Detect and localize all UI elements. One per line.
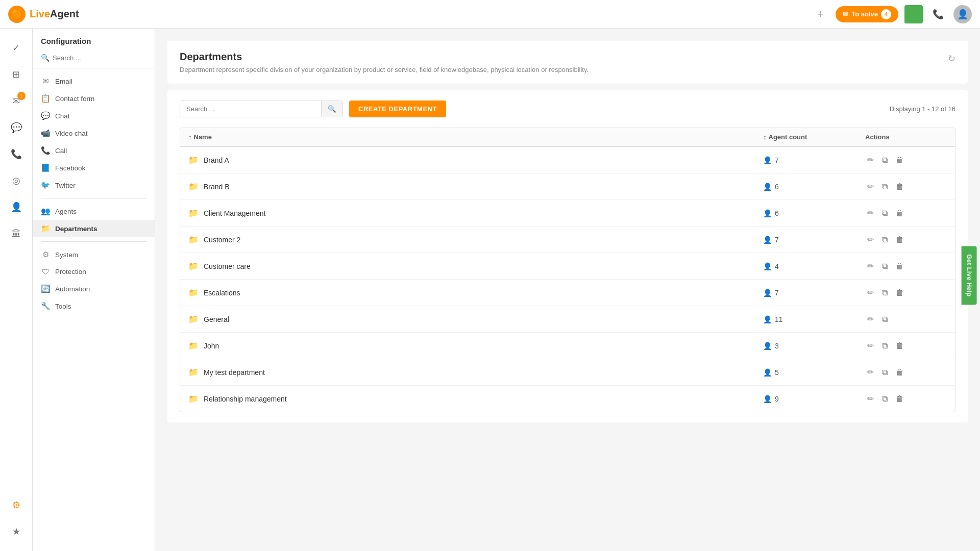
get-live-help-button[interactable]: Get Live Help xyxy=(961,246,976,305)
sidebar-item-automation[interactable]: 🔄 Automation xyxy=(33,280,155,297)
agent-icon: 👤 xyxy=(763,209,772,217)
edit-button[interactable]: ✏ xyxy=(865,286,876,299)
copy-button[interactable]: ⧉ xyxy=(880,392,890,406)
sidebar-item-email[interactable]: ✉ Email xyxy=(33,72,155,90)
agent-icon: 👤 xyxy=(763,183,772,191)
copy-button[interactable]: ⧉ xyxy=(880,313,890,326)
copy-button[interactable]: ⧉ xyxy=(880,154,890,167)
sidebar-item-chat[interactable]: 💬 Chat xyxy=(33,107,155,124)
table-row: 📁My test department👤5✏⧉🗑 xyxy=(180,359,955,386)
copy-button[interactable]: ⧉ xyxy=(880,207,890,220)
delete-button[interactable]: 🗑 xyxy=(894,286,906,299)
avatar[interactable]: 👤 xyxy=(953,5,972,23)
delete-button[interactable]: 🗑 xyxy=(894,207,906,220)
iconbar-item-contacts[interactable]: 👤 xyxy=(5,196,28,218)
sidebar-item-call[interactable]: 📞 Call xyxy=(33,142,155,159)
iconbar-item-grid[interactable]: ⊞ xyxy=(5,63,28,86)
sidebar-item-system[interactable]: ⚙ System xyxy=(33,246,155,263)
dept-name-text: Brand A xyxy=(204,156,229,164)
delete-button[interactable]: 🗑 xyxy=(894,233,906,246)
page-title: Departments xyxy=(180,51,589,63)
tosolve-label: To solve xyxy=(851,10,878,18)
agent-count-cell: 👤7 xyxy=(763,236,865,244)
iconbar-item-call[interactable]: 📞 xyxy=(5,143,28,165)
folder-icon: 📁 xyxy=(188,288,199,297)
iconbar-item-check[interactable]: ✓ xyxy=(5,37,28,59)
tosolve-button[interactable]: ✉ To solve 4 xyxy=(836,6,898,22)
dept-name-cell: 📁Customer care xyxy=(188,261,763,271)
edit-button[interactable]: ✏ xyxy=(865,233,876,246)
call-icon: 📞 xyxy=(41,146,50,155)
refresh-button[interactable]: ↻ xyxy=(948,53,955,64)
copy-button[interactable]: ⧉ xyxy=(880,260,890,273)
actions-cell: ✏⧉🗑 xyxy=(865,365,947,379)
sidebar-label-protection: Protection xyxy=(55,268,86,276)
iconbar-item-plugins[interactable]: ★ xyxy=(5,520,28,543)
dept-name-cell: 📁Escalations xyxy=(188,288,763,297)
create-department-button[interactable]: CREATE DEPARTMENT xyxy=(349,101,446,117)
iconbar-item-analytics[interactable]: ◎ xyxy=(5,169,28,192)
edit-button[interactable]: ✏ xyxy=(865,180,876,193)
agent-count-cell: 👤3 xyxy=(763,342,865,350)
edit-button[interactable]: ✏ xyxy=(865,392,876,406)
folder-icon: 📁 xyxy=(188,394,199,404)
sidebar-item-videochat[interactable]: 📹 Video chat xyxy=(33,124,155,142)
logo-text: LiveAgent xyxy=(30,8,79,20)
sidebar-item-departments[interactable]: 📁 Departments xyxy=(33,220,155,237)
dept-name-text: Relationship management xyxy=(204,395,287,403)
sidebar-item-protection[interactable]: 🛡 Protection xyxy=(33,263,155,280)
search-button[interactable]: 🔍 xyxy=(321,101,342,117)
sidebar: Configuration 🔍 ✉ Email 📋 Contact form 💬… xyxy=(33,29,155,551)
agent-icon: 👤 xyxy=(763,368,772,377)
sidebar-search-input[interactable] xyxy=(53,54,146,62)
add-button[interactable]: + xyxy=(811,5,829,23)
sidebar-item-twitter[interactable]: 🐦 Twitter xyxy=(33,177,155,194)
copy-button[interactable]: ⧉ xyxy=(880,286,890,299)
delete-button[interactable]: 🗑 xyxy=(894,180,906,193)
edit-button[interactable]: ✏ xyxy=(865,259,876,273)
delete-button[interactable]: 🗑 xyxy=(894,339,906,353)
delete-button[interactable]: 🗑 xyxy=(894,154,906,167)
copy-button[interactable]: ⧉ xyxy=(880,366,890,379)
copy-button[interactable]: ⧉ xyxy=(880,339,890,353)
phone-button[interactable]: 📞 xyxy=(929,5,947,23)
table-row: 📁General👤11✏⧉ xyxy=(180,306,955,333)
actions-cell: ✏⧉🗑 xyxy=(865,286,947,299)
departments-icon: 📁 xyxy=(41,224,50,233)
edit-button[interactable]: ✏ xyxy=(865,153,876,167)
search-icon: 🔍 xyxy=(41,54,50,62)
edit-button[interactable]: ✏ xyxy=(865,312,876,326)
sidebar-label-call: Call xyxy=(55,147,67,155)
sidebar-item-tools[interactable]: 🔧 Tools xyxy=(33,297,155,315)
edit-button[interactable]: ✏ xyxy=(865,339,876,353)
icon-bar: ✓ ⊞ ✉ 1 💬 📞 ◎ 👤 🏛 ⚙ ★ xyxy=(0,29,33,551)
departments-search-input[interactable] xyxy=(180,101,321,117)
folder-icon: 📁 xyxy=(188,341,199,350)
email-icon: ✉ xyxy=(843,10,848,18)
protection-icon: 🛡 xyxy=(41,267,50,276)
iconbar-item-chat[interactable]: 💬 xyxy=(5,116,28,139)
copy-button[interactable]: ⧉ xyxy=(880,180,890,193)
delete-button[interactable]: 🗑 xyxy=(894,260,906,273)
agent-count-cell: 👤4 xyxy=(763,262,865,270)
email-icon: ✉ xyxy=(41,77,50,86)
actions-cell: ✏⧉ xyxy=(865,312,947,326)
iconbar-item-settings[interactable]: ⚙ xyxy=(5,494,28,516)
dept-name-text: Brand B xyxy=(204,183,230,191)
department-rows: 📁Brand A👤7✏⧉🗑📁Brand B👤6✏⧉🗑📁Client Manage… xyxy=(180,147,955,412)
table-row: 📁Customer care👤4✏⧉🗑 xyxy=(180,253,955,280)
sidebar-item-contactform[interactable]: 📋 Contact form xyxy=(33,90,155,107)
sidebar-item-agents[interactable]: 👥 Agents xyxy=(33,203,155,220)
page-description: Department represent specific division o… xyxy=(180,66,589,73)
iconbar-item-knowledge[interactable]: 🏛 xyxy=(5,222,28,245)
edit-button[interactable]: ✏ xyxy=(865,206,876,220)
copy-button[interactable]: ⧉ xyxy=(880,233,890,246)
status-button[interactable] xyxy=(904,5,923,23)
iconbar-item-mail[interactable]: ✉ 1 xyxy=(5,90,28,112)
sidebar-item-facebook[interactable]: 📘 Facebook xyxy=(33,159,155,177)
edit-button[interactable]: ✏ xyxy=(865,365,876,379)
delete-button[interactable]: 🗑 xyxy=(894,392,906,406)
delete-button[interactable]: 🗑 xyxy=(894,366,906,379)
col-actions: Actions xyxy=(865,133,947,141)
logo[interactable]: 🟠 LiveAgent xyxy=(8,6,79,23)
